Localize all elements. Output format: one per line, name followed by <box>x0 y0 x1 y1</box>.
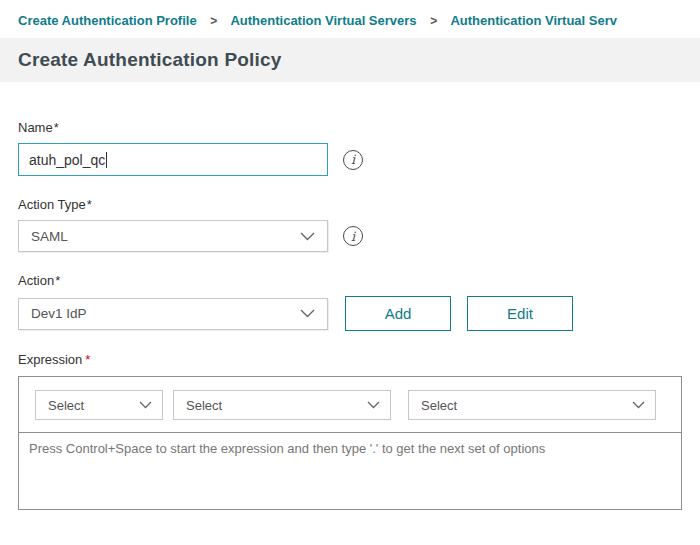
action-type-selected-value: SAML <box>31 229 68 244</box>
expression-editor-box: Select Select Select <box>18 376 682 510</box>
text-cursor <box>106 152 107 168</box>
name-input-value: atuh_pol_qc <box>29 152 105 168</box>
create-auth-policy-page: Create Authentication Profile > Authenti… <box>0 0 700 510</box>
breadcrumb-link-create-authentication-profile[interactable]: Create Authentication Profile <box>18 13 197 28</box>
action-field: Action* Dev1 IdP Add Edit <box>18 273 700 331</box>
action-select[interactable]: Dev1 IdP <box>18 298 328 330</box>
action-label: Action* <box>18 273 700 288</box>
expression-select-3[interactable]: Select <box>408 390 656 420</box>
chevron-down-icon <box>632 401 645 409</box>
add-button[interactable]: Add <box>345 296 451 331</box>
name-label: Name* <box>18 120 700 135</box>
expression-select-1-value: Select <box>48 398 84 413</box>
expression-select-2[interactable]: Select <box>173 390 391 420</box>
chevron-down-icon <box>300 232 315 241</box>
chevron-down-icon <box>367 401 380 409</box>
breadcrumb-separator-icon: > <box>210 14 217 28</box>
breadcrumb-separator-icon: > <box>430 14 437 28</box>
action-selected-value: Dev1 IdP <box>31 306 87 321</box>
required-mark: * <box>55 273 60 288</box>
expression-select-3-value: Select <box>421 398 457 413</box>
required-mark: * <box>85 352 90 367</box>
breadcrumb: Create Authentication Profile > Authenti… <box>0 0 700 38</box>
action-type-label: Action Type* <box>18 197 700 212</box>
expression-toolbar: Select Select Select <box>19 377 681 432</box>
breadcrumb-link-authentication-virtual-servers-2[interactable]: Authentication Virtual Serv <box>450 13 617 28</box>
required-mark: * <box>87 197 92 212</box>
expression-select-1[interactable]: Select <box>35 390 163 420</box>
expression-field: Expression* Select Select <box>18 352 700 510</box>
expression-input[interactable]: Press Control+Space to start the express… <box>19 432 681 509</box>
page-header: Create Authentication Policy <box>0 38 700 82</box>
breadcrumb-link-authentication-virtual-servers[interactable]: Authentication Virtual Servers <box>230 13 416 28</box>
name-input[interactable]: atuh_pol_qc <box>18 143 328 176</box>
expression-label: Expression* <box>18 352 700 367</box>
action-type-select[interactable]: SAML <box>18 220 328 252</box>
chevron-down-icon <box>139 401 152 409</box>
auth-policy-form: Name* atuh_pol_qc i Action Type* SAML i <box>0 120 700 510</box>
expression-select-2-value: Select <box>186 398 222 413</box>
page-title: Create Authentication Policy <box>18 49 282 71</box>
info-icon[interactable]: i <box>343 150 363 170</box>
required-mark: * <box>54 120 59 135</box>
expression-placeholder: Press Control+Space to start the express… <box>29 441 545 456</box>
info-icon[interactable]: i <box>343 226 363 246</box>
name-field: Name* atuh_pol_qc i <box>18 120 700 176</box>
action-type-field: Action Type* SAML i <box>18 197 700 252</box>
edit-button[interactable]: Edit <box>467 296 573 331</box>
chevron-down-icon <box>300 309 315 318</box>
